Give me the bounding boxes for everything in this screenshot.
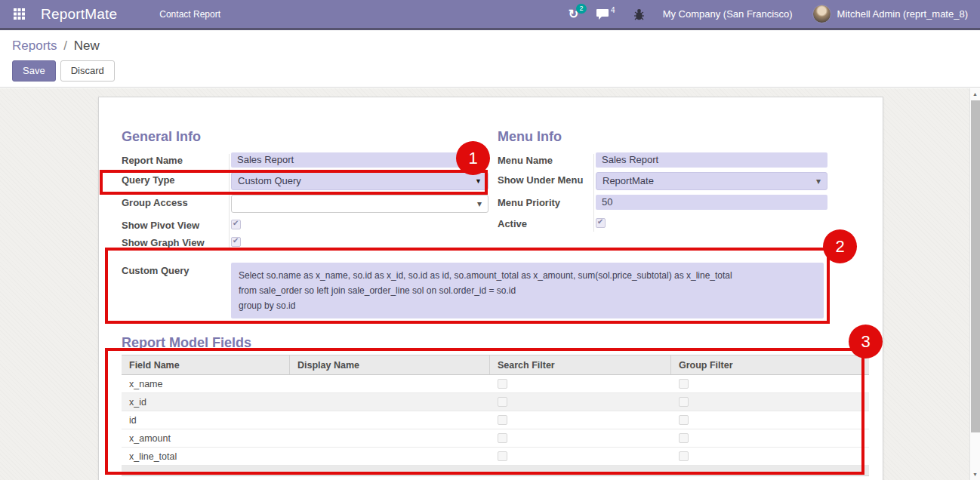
caret-down-icon: ▾ bbox=[477, 198, 482, 209]
search-filter-checkbox[interactable] bbox=[498, 415, 507, 425]
column-header-group-filter[interactable]: Group Filter bbox=[671, 355, 869, 374]
field-name-cell: x_amount bbox=[122, 429, 290, 447]
check-icon: ✔ bbox=[597, 217, 603, 226]
display-name-cell bbox=[290, 411, 490, 429]
breadcrumb-current: New bbox=[74, 38, 100, 53]
scroll-down-icon[interactable]: ▼ bbox=[970, 472, 980, 477]
check-icon: ✔ bbox=[233, 236, 239, 245]
user-avatar[interactable] bbox=[812, 5, 831, 23]
app-brand[interactable]: ReportMate bbox=[41, 6, 117, 23]
menu-priority-label: Menu Priority bbox=[498, 195, 596, 208]
report-name-label: Report Name bbox=[122, 152, 231, 166]
query-line: group by so.id bbox=[239, 298, 816, 313]
group-access-select[interactable]: ▾ bbox=[231, 195, 488, 213]
group-filter-checkbox[interactable] bbox=[679, 379, 689, 389]
search-filter-checkbox[interactable] bbox=[498, 451, 507, 461]
search-filter-checkbox[interactable] bbox=[498, 379, 507, 389]
field-name-cell: id bbox=[122, 411, 290, 429]
table-row[interactable]: x_id bbox=[122, 393, 869, 411]
group-filter-checkbox[interactable] bbox=[679, 451, 689, 461]
display-name-cell bbox=[290, 393, 490, 411]
group-filter-checkbox[interactable] bbox=[679, 433, 689, 443]
query-type-value: Custom Query bbox=[238, 175, 301, 186]
vertical-scrollbar[interactable]: ▲ ▼ bbox=[969, 88, 980, 480]
query-type-select[interactable]: Custom Query ▼ bbox=[231, 172, 488, 190]
show-graph-label: Show Graph View bbox=[122, 235, 231, 248]
scroll-up-icon[interactable]: ▲ bbox=[970, 91, 980, 97]
report-model-fields-table: Field Name Display Name Search Filter Gr… bbox=[122, 355, 869, 476]
field-name-cell: x_line_total bbox=[122, 448, 290, 465]
content-area: General Info Report Name Query Type Cust… bbox=[0, 88, 980, 480]
table-header-row: Field Name Display Name Search Filter Gr… bbox=[122, 355, 869, 375]
display-name-cell bbox=[290, 429, 490, 447]
breadcrumb-separator: / bbox=[63, 38, 67, 53]
table-row[interactable]: id bbox=[122, 411, 869, 429]
query-type-label: Query Type bbox=[122, 172, 231, 186]
group-filter-checkbox[interactable] bbox=[679, 415, 689, 425]
custom-query-row: Custom Query Select so.name as x_name, s… bbox=[122, 263, 868, 318]
search-filter-checkbox[interactable] bbox=[498, 433, 507, 443]
column-header-display-name[interactable]: Display Name bbox=[290, 355, 490, 374]
active-label: Active bbox=[498, 216, 596, 229]
show-under-menu-label: Show Under Menu bbox=[498, 172, 596, 186]
caret-down-icon: ▼ bbox=[475, 177, 482, 185]
save-button[interactable]: Save bbox=[12, 60, 56, 82]
display-name-cell bbox=[290, 375, 490, 392]
user-menu[interactable]: Mitchell Admin (reprt_mate_8) bbox=[837, 8, 968, 20]
table-row[interactable]: x_line_total bbox=[122, 448, 869, 466]
grid-icon bbox=[14, 8, 25, 20]
messages-icon[interactable]: 4 bbox=[596, 8, 615, 20]
caret-down-icon: ▾ bbox=[816, 176, 821, 186]
custom-query-textarea[interactable]: Select so.name as x_name, so.id as x_id,… bbox=[231, 263, 824, 318]
discard-button[interactable]: Discard bbox=[60, 60, 115, 82]
active-row: Active ✔ bbox=[498, 216, 827, 233]
menu-name-input[interactable] bbox=[596, 152, 827, 168]
menu-priority-row: Menu Priority bbox=[498, 195, 827, 216]
column-header-search-filter[interactable]: Search Filter bbox=[490, 355, 671, 374]
apps-menu-icon[interactable] bbox=[14, 8, 26, 20]
active-checkbox[interactable]: ✔ bbox=[596, 218, 606, 228]
form-buttons: Save Discard bbox=[12, 60, 980, 82]
navbar-right-group: ↻ 2 4 My Company (San Francisco) Mitchel… bbox=[550, 5, 968, 23]
general-info-title: General Info bbox=[122, 129, 488, 145]
bug-icon bbox=[633, 8, 645, 20]
show-pivot-checkbox[interactable]: ✔ bbox=[231, 220, 241, 229]
group-access-row: Group Access ▾ bbox=[122, 195, 488, 217]
debug-icon[interactable] bbox=[633, 8, 645, 20]
table-row[interactable]: x_name bbox=[122, 375, 869, 393]
company-switcher[interactable]: My Company (San Francisco) bbox=[663, 8, 793, 20]
breadcrumb-reports-link[interactable]: Reports bbox=[12, 38, 57, 53]
menu-info-section: Menu Info Menu Name Show Under Menu Repo… bbox=[498, 129, 827, 252]
show-graph-row: Show Graph View ✔ bbox=[122, 235, 488, 252]
activities-icon[interactable]: ↻ 2 bbox=[569, 8, 578, 20]
menu-name-row: Menu Name bbox=[498, 152, 827, 172]
menu-info-title: Menu Info bbox=[498, 129, 827, 145]
column-header-field-name[interactable]: Field Name bbox=[122, 355, 290, 374]
table-row[interactable]: x_amount bbox=[122, 429, 869, 448]
nav-menu-contact-report[interactable]: Contact Report bbox=[159, 9, 220, 20]
show-graph-checkbox[interactable]: ✔ bbox=[231, 237, 241, 247]
chat-bubble-icon bbox=[596, 8, 609, 20]
query-line: from sale_order so left join sale_order_… bbox=[239, 283, 816, 298]
scrollbar-thumb[interactable] bbox=[971, 100, 980, 432]
query-line: Select so.name as x_name, so.id as x_id,… bbox=[239, 268, 816, 283]
show-pivot-row: Show Pivot View ✔ bbox=[122, 217, 488, 235]
report-model-fields-title: Report Model Fields bbox=[122, 335, 868, 351]
menu-name-label: Menu Name bbox=[498, 152, 596, 166]
search-filter-checkbox[interactable] bbox=[498, 397, 507, 407]
show-under-menu-value: ReportMate bbox=[602, 175, 654, 186]
field-name-cell: x_id bbox=[122, 393, 290, 411]
group-filter-checkbox[interactable] bbox=[679, 397, 689, 407]
top-navbar: ReportMate Contact Report ↻ 2 4 My C bbox=[0, 0, 980, 30]
menu-priority-input[interactable] bbox=[596, 195, 827, 210]
form-sheet: General Info Report Name Query Type Cust… bbox=[98, 97, 883, 480]
check-icon: ✔ bbox=[233, 219, 239, 227]
show-under-menu-select[interactable]: ReportMate ▾ bbox=[596, 172, 827, 190]
show-under-menu-row: Show Under Menu ReportMate ▾ bbox=[498, 172, 827, 195]
breadcrumb: Reports / New bbox=[12, 38, 980, 54]
custom-query-label: Custom Query bbox=[122, 263, 231, 318]
general-info-section: General Info Report Name Query Type Cust… bbox=[122, 129, 488, 252]
message-count: 4 bbox=[611, 6, 615, 14]
report-name-input[interactable] bbox=[231, 152, 488, 168]
query-type-row: Query Type Custom Query ▼ bbox=[122, 172, 488, 195]
